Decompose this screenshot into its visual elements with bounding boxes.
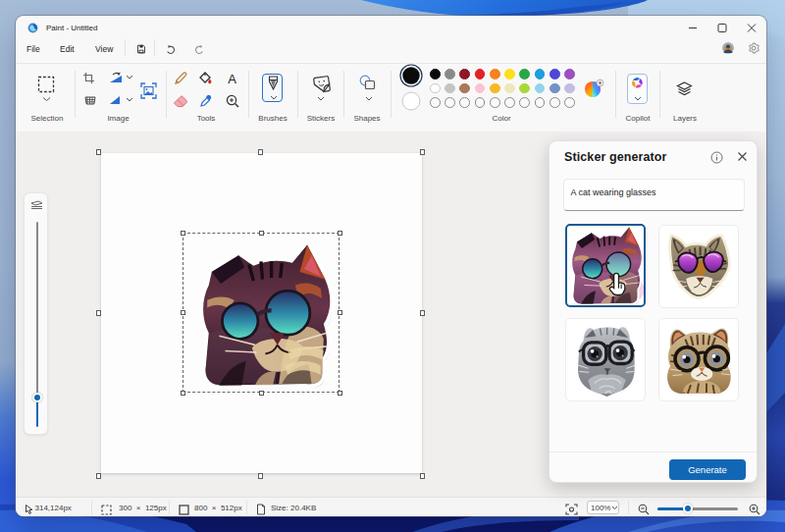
svg-text:A: A bbox=[228, 72, 236, 84]
